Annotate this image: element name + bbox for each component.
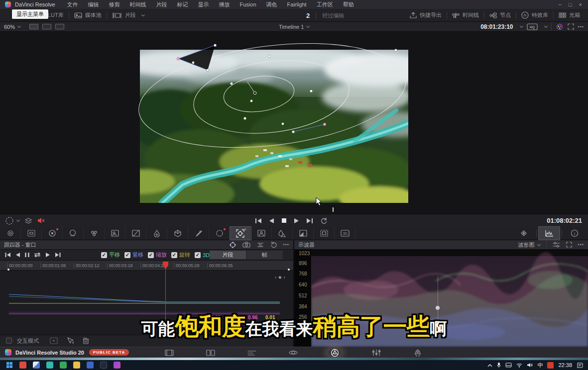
page-fairlight[interactable] xyxy=(370,349,383,357)
nodes-button[interactable]: 节点 xyxy=(484,11,516,19)
taskbar-app-icon[interactable] xyxy=(73,362,80,369)
menu-playback[interactable]: 播放 xyxy=(214,1,235,8)
track-to-end-button[interactable] xyxy=(55,252,61,258)
prev-keyframe-button[interactable]: ‹ xyxy=(275,275,276,280)
tracker-playhead-handle[interactable] xyxy=(163,262,168,269)
split-viewer-toggle[interactable] xyxy=(42,24,51,29)
expand-viewer-icon[interactable] xyxy=(568,23,574,30)
tab-clip[interactable]: 片段 xyxy=(210,251,246,259)
clip-view-button[interactable]: 片段 xyxy=(107,11,149,19)
insert-box-icon[interactable] xyxy=(50,337,58,344)
taskbar-app-icon[interactable] xyxy=(87,362,94,369)
motion-effects-tool[interactable] xyxy=(105,227,125,240)
tab-frame[interactable]: 帧 xyxy=(246,251,283,259)
scope-options-menu[interactable]: ••• xyxy=(578,242,584,247)
info-panel-button[interactable]: i xyxy=(564,227,585,240)
effects-library-button[interactable]: fx 特效库 xyxy=(516,11,553,19)
window-outline-select[interactable] xyxy=(5,216,19,225)
track-bidirectional-button[interactable] xyxy=(34,252,41,258)
menu-clip[interactable]: 片段 xyxy=(151,1,172,8)
menu-fusion[interactable]: Fusion xyxy=(235,1,261,7)
single-viewer-toggle[interactable] xyxy=(29,24,38,29)
pause-tracking-button[interactable] xyxy=(25,252,29,258)
minimize-button[interactable]: − xyxy=(558,1,561,7)
curves-tool[interactable] xyxy=(125,227,146,240)
power-window-overlay[interactable] xyxy=(0,32,588,214)
quick-export-button[interactable]: 快捷导出 xyxy=(405,11,447,19)
menu-trim[interactable]: 修剪 xyxy=(104,1,125,8)
tracker-options-menu[interactable]: ••• xyxy=(283,242,289,247)
rgb-mixer-tool[interactable] xyxy=(84,227,105,240)
menu-timeline[interactable]: 时间线 xyxy=(125,1,151,8)
interactive-mode-checkbox[interactable]: 交互模式 xyxy=(6,337,39,345)
checkbox-tilt[interactable]: ✓竖移 xyxy=(124,251,143,259)
pointer-add-icon[interactable] xyxy=(67,337,74,344)
track-reverse-button[interactable] xyxy=(15,252,20,258)
checkbox-zoom[interactable]: ✓缩放 xyxy=(148,251,167,259)
taskbar-app-icon[interactable] xyxy=(19,362,26,369)
menu-fairlight[interactable]: Fairlight xyxy=(282,1,312,7)
play-button[interactable] xyxy=(294,218,299,224)
zoom-select[interactable]: 60% xyxy=(0,24,20,30)
scope-mode-select[interactable]: 波形图 xyxy=(518,241,540,249)
chevron-down-icon[interactable] xyxy=(520,24,523,28)
page-deliver[interactable] xyxy=(411,349,424,357)
color-wheels-tool[interactable] xyxy=(42,227,63,240)
maximize-button[interactable]: □ xyxy=(569,1,572,7)
track-forward-button[interactable] xyxy=(45,252,50,258)
tray-app-icon[interactable] xyxy=(547,362,554,369)
tracker-timeline-ruler[interactable]: 00:00:00:00 00:00:01:06 00:00:02:12 00:0… xyxy=(0,261,293,271)
page-cut[interactable] xyxy=(204,349,217,357)
blur-tool[interactable] xyxy=(272,227,293,240)
close-button[interactable]: × xyxy=(579,1,582,7)
loop-button[interactable] xyxy=(320,217,328,224)
color-match-tool[interactable] xyxy=(21,227,42,240)
checkbox-pan[interactable]: ✓平移 xyxy=(101,251,120,259)
menu-color[interactable]: 调色 xyxy=(261,1,282,8)
wifi-icon[interactable] xyxy=(516,363,522,368)
keyframes-panel-button[interactable] xyxy=(513,227,534,240)
camera-raw-tool[interactable] xyxy=(0,227,21,240)
clock[interactable]: 22:38 xyxy=(558,362,572,368)
scopes-panel-button[interactable] xyxy=(539,227,560,240)
ime-indicator[interactable]: 中 xyxy=(537,362,543,369)
mute-audio-icon[interactable] xyxy=(37,217,45,224)
menu-workspace[interactable]: 工作区 xyxy=(312,1,338,8)
wipe-modes-icon[interactable] xyxy=(24,217,32,224)
media-pool-button[interactable]: 媒体池 xyxy=(69,11,107,19)
tracker-graph[interactable]: 10.10 28.25 0.96 0.01 ‹ ◆ › xyxy=(0,271,293,335)
delete-point-icon[interactable] xyxy=(83,337,89,344)
next-keyframe-button[interactable]: › xyxy=(284,275,285,280)
window-tool[interactable] xyxy=(209,227,230,240)
reset-icon[interactable] xyxy=(270,241,277,248)
touchpad-icon[interactable] xyxy=(505,363,512,368)
qualifier-tool[interactable] xyxy=(146,227,167,240)
menu-help[interactable]: 帮助 xyxy=(338,1,359,8)
taskbar-app-icon[interactable] xyxy=(33,362,40,369)
key-tool[interactable] xyxy=(293,227,314,240)
go-to-end-button[interactable] xyxy=(306,218,313,224)
microphone-icon[interactable] xyxy=(497,362,501,368)
taskbar-app-icon[interactable] xyxy=(46,362,53,369)
tracker-tool[interactable] xyxy=(230,227,251,240)
3d-qualifier-tool[interactable] xyxy=(167,227,188,240)
page-media[interactable] xyxy=(163,349,176,357)
start-button[interactable] xyxy=(6,362,13,369)
tray-expand-icon[interactable] xyxy=(487,364,492,367)
play-reverse-button[interactable] xyxy=(269,218,274,224)
vertical-slider-handle[interactable] xyxy=(436,306,440,310)
expand-scope-icon[interactable] xyxy=(566,242,572,248)
scrub-position-marker[interactable] xyxy=(333,207,334,212)
magic-mask-tool[interactable] xyxy=(251,227,272,240)
notification-center-icon[interactable] xyxy=(577,363,583,368)
taskbar-app-icon[interactable] xyxy=(100,362,107,369)
color-viewer[interactable] xyxy=(0,32,588,214)
timeline-selector[interactable]: Timeline 1 xyxy=(279,24,309,30)
lightbox-button[interactable]: 光箱 xyxy=(554,11,585,19)
chevron-down-icon[interactable] xyxy=(544,24,548,28)
timeline-view-button[interactable]: 时间线 xyxy=(447,11,484,19)
stop-button[interactable] xyxy=(281,218,287,223)
tracker-playhead-line[interactable] xyxy=(165,269,166,334)
track-to-start-button[interactable] xyxy=(5,252,11,258)
speaker-icon[interactable] xyxy=(527,363,533,368)
